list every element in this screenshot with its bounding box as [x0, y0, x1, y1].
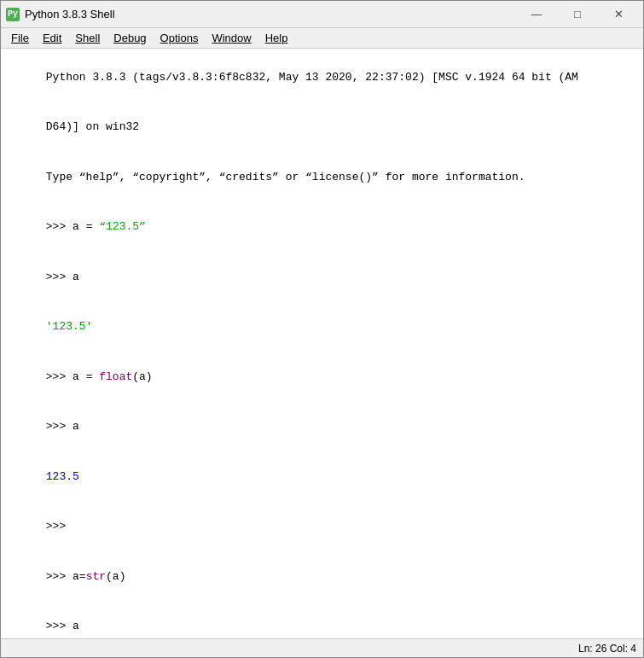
menu-edit[interactable]: Edit — [36, 30, 68, 46]
cmd-line-3: >>> a = float(a) — [6, 352, 638, 402]
cmd-line-6: >>> a=str(a) — [6, 551, 638, 602]
window-title: Python 3.8.3 Shell — [25, 8, 517, 20]
info-line-2: D64)] on win32 — [6, 102, 638, 153]
app-icon: Py — [6, 8, 20, 21]
info-line-1: Python 3.8.3 (tags/v3.8.3:6f8c832, May 1… — [6, 52, 638, 102]
output-line-1: '123.5' — [6, 302, 638, 352]
status-bar: Ln: 26 Col: 4 — [1, 638, 643, 657]
close-button[interactable]: ✕ — [599, 4, 638, 25]
shell-output[interactable]: Python 3.8.3 (tags/v3.8.3:6f8c832, May 1… — [1, 49, 643, 638]
menu-file[interactable]: File — [4, 30, 36, 46]
title-bar: Py Python 3.8.3 Shell — □ ✕ — [1, 1, 643, 28]
cmd-line-1: >>> a = “123.5” — [6, 202, 638, 253]
python-shell-window: Py Python 3.8.3 Shell — □ ✕ File Edit Sh… — [0, 0, 644, 658]
output-line-2: 123.5 — [6, 451, 638, 502]
menu-debug[interactable]: Debug — [107, 30, 153, 46]
menu-options[interactable]: Options — [154, 30, 206, 46]
info-line-3: Type “help”, “copyright”, “credits” or “… — [6, 152, 638, 202]
window-controls: — □ ✕ — [517, 4, 638, 25]
cmd-line-4: >>> a — [6, 402, 638, 452]
menu-window[interactable]: Window — [205, 30, 258, 46]
maximize-button[interactable]: □ — [558, 4, 597, 25]
cmd-line-5: >>> — [6, 502, 638, 552]
cmd-line-7: >>> a — [6, 602, 638, 639]
app-icon-label: Py — [8, 9, 18, 19]
menu-shell[interactable]: Shell — [68, 30, 107, 46]
minimize-button[interactable]: — — [517, 4, 556, 25]
cursor-position: Ln: 26 Col: 4 — [578, 643, 636, 655]
cmd-line-2: >>> a — [6, 252, 638, 302]
menu-bar: File Edit Shell Debug Options Window Hel… — [1, 28, 643, 49]
menu-help[interactable]: Help — [258, 30, 295, 46]
